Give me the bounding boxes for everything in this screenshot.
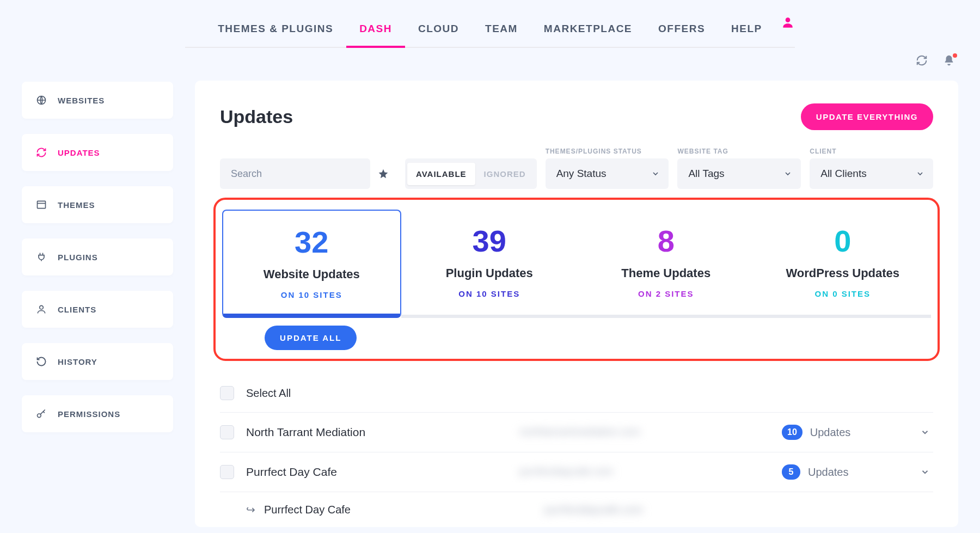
stat-count: 8	[583, 226, 749, 256]
chevron-down-icon	[783, 169, 792, 178]
svg-point-4	[38, 414, 41, 418]
sub-arrow-icon: ↪	[246, 503, 255, 516]
status-select[interactable]: Any Status	[546, 158, 669, 189]
sidebar-item-websites[interactable]: WEBSITES	[22, 82, 173, 119]
updates-badge: 5	[782, 464, 800, 480]
site-name: Purrfect Day Cafe	[246, 465, 507, 479]
stat-title: Theme Updates	[583, 266, 749, 280]
svg-rect-2	[38, 201, 46, 208]
page-title: Updates	[220, 106, 293, 127]
client-select[interactable]: All Clients	[810, 158, 933, 189]
stat-count: 39	[407, 226, 573, 256]
status-toggle: AVAILABLE IGNORED	[405, 158, 537, 189]
sidebar-item-label: THEMES	[58, 200, 95, 210]
sidebar-item-history[interactable]: HISTORY	[22, 343, 173, 380]
expand-row-icon[interactable]	[917, 467, 933, 477]
sidebar-item-label: PERMISSIONS	[58, 409, 120, 419]
toggle-available[interactable]: AVAILABLE	[407, 163, 475, 185]
select-all-label: Select All	[246, 387, 507, 400]
client-select-value: All Clients	[820, 168, 866, 180]
search-input[interactable]	[220, 158, 370, 189]
update-all-button[interactable]: UPDATE ALL	[265, 326, 357, 350]
sub-site-domain: purrfectdaycafe.com	[544, 504, 643, 516]
sidebar-item-permissions[interactable]: PERMISSIONS	[22, 395, 173, 432]
filter-label-client: CLIENT	[810, 148, 933, 155]
filter-label-tag: WEBSITE TAG	[677, 148, 801, 155]
sidebar-item-plugins[interactable]: PLUGINS	[22, 238, 173, 275]
sidebar-item-updates[interactable]: UPDATES	[22, 134, 173, 171]
key-icon	[36, 408, 47, 419]
sub-site-name: Purrfect Day Cafe	[264, 504, 351, 516]
site-name: North Tarrant Mediation	[246, 426, 507, 439]
refresh-icon	[36, 147, 47, 158]
site-checkbox[interactable]	[220, 425, 234, 439]
nav-dash[interactable]: DASH	[346, 13, 405, 47]
sidebar-item-label: WEBSITES	[58, 96, 105, 105]
globe-icon	[36, 95, 47, 106]
stat-title: Website Updates	[229, 267, 395, 281]
account-icon[interactable]	[781, 15, 795, 29]
select-all-checkbox[interactable]	[220, 386, 234, 400]
plug-icon	[36, 252, 47, 262]
tag-select-value: All Tags	[688, 168, 724, 180]
sidebar-item-clients[interactable]: CLIENTS	[22, 291, 173, 328]
top-nav: THEMES & PLUGINS DASH CLOUD TEAM MARKETP…	[185, 0, 795, 48]
refresh-icon[interactable]	[916, 54, 928, 66]
nav-team[interactable]: TEAM	[472, 13, 531, 47]
stat-sub: ON 10 SITES	[407, 289, 573, 298]
nav-help[interactable]: HELP	[718, 13, 775, 47]
sidebar-item-label: UPDATES	[58, 148, 100, 157]
stat-card-plugin[interactable]: 39 Plugin Updates ON 10 SITES	[401, 210, 578, 318]
updates-label: Updates	[810, 426, 851, 439]
stats-highlight: 32 Website Updates ON 10 SITES 39 Plugin…	[213, 198, 940, 361]
history-icon	[36, 356, 47, 367]
top-actions	[916, 54, 955, 66]
svg-point-0	[786, 17, 791, 22]
stat-sub: ON 10 SITES	[229, 290, 395, 299]
nav-themes-plugins[interactable]: THEMES & PLUGINS	[205, 13, 346, 47]
filter-label-status: THEMES/PLUGINS STATUS	[546, 148, 669, 155]
notifications-icon[interactable]	[943, 54, 955, 66]
sidebar-item-label: HISTORY	[58, 357, 97, 366]
toggle-ignored[interactable]: IGNORED	[475, 163, 535, 185]
sidebar-item-label: CLIENTS	[58, 305, 96, 314]
site-checkbox[interactable]	[220, 465, 234, 479]
expand-row-icon[interactable]	[917, 427, 933, 437]
main-panel: Updates UPDATE EVERYTHING AVAILABLE IGNO…	[195, 81, 958, 527]
stat-count: 32	[229, 227, 395, 258]
stat-title: WordPress Updates	[760, 266, 926, 280]
nav-cloud[interactable]: CLOUD	[405, 13, 472, 47]
stat-card-website[interactable]: 32 Website Updates ON 10 SITES	[222, 210, 401, 318]
stat-sub: ON 0 SITES	[760, 289, 926, 298]
site-domain: purrfectdaycafe.com	[519, 465, 705, 479]
stat-sub: ON 2 SITES	[583, 289, 749, 298]
site-row: Purrfect Day Cafe purrfectdaycafe.com 5 …	[220, 452, 933, 492]
sidebar-item-themes[interactable]: THEMES	[22, 186, 173, 223]
updates-label: Updates	[808, 466, 849, 479]
sidebar-item-label: PLUGINS	[58, 253, 98, 262]
sites-list: Select All North Tarrant Mediation north…	[220, 374, 933, 527]
updates-badge: 10	[782, 425, 803, 440]
site-row: North Tarrant Mediation northtarrantmedi…	[220, 413, 933, 452]
stat-card-theme[interactable]: 8 Theme Updates ON 2 SITES	[578, 210, 755, 318]
select-all-row: Select All	[220, 374, 933, 413]
chevron-down-icon	[916, 169, 924, 178]
site-sub-row: ↪ Purrfect Day Cafe purrfectdaycafe.com	[220, 492, 933, 527]
stat-title: Plugin Updates	[407, 266, 573, 280]
svg-point-3	[40, 305, 44, 309]
chevron-down-icon	[651, 169, 660, 178]
update-everything-button[interactable]: UPDATE EVERYTHING	[801, 103, 933, 130]
notification-dot	[953, 53, 957, 58]
star-icon[interactable]	[370, 158, 396, 189]
tag-select[interactable]: All Tags	[677, 158, 801, 189]
stat-count: 0	[760, 226, 926, 256]
stat-card-wordpress[interactable]: 0 WordPress Updates ON 0 SITES	[755, 210, 932, 318]
nav-marketplace[interactable]: MARKETPLACE	[531, 13, 645, 47]
nav-offers[interactable]: OFFERS	[645, 13, 718, 47]
status-select-value: Any Status	[556, 168, 607, 180]
user-icon	[36, 304, 47, 315]
site-domain: northtarrantmediation.com	[519, 426, 705, 439]
layout-icon	[36, 199, 47, 210]
sidebar: WEBSITES UPDATES THEMES PLUGINS CLIENTS	[22, 81, 173, 432]
filters-row: AVAILABLE IGNORED THEMES/PLUGINS STATUS …	[220, 145, 933, 189]
